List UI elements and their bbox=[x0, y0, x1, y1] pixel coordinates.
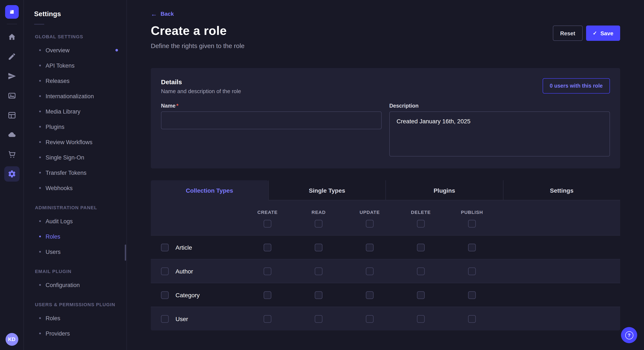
details-subtitle: Name and description of the role bbox=[161, 88, 241, 94]
tab-settings[interactable]: Settings bbox=[503, 180, 620, 200]
page-subtitle: Define the rights given to the role bbox=[151, 42, 244, 49]
bullet-icon bbox=[39, 220, 41, 222]
notification-dot-icon bbox=[116, 49, 118, 51]
help-icon: ? bbox=[625, 331, 633, 339]
sidebar-item-configuration[interactable]: Configuration bbox=[24, 277, 126, 293]
description-textarea[interactable]: Created January 16th, 2025 bbox=[389, 111, 610, 157]
strapi-logo[interactable] bbox=[5, 5, 18, 19]
bullet-icon bbox=[39, 111, 41, 112]
details-title: Details bbox=[161, 78, 241, 85]
settings-icon bbox=[8, 170, 16, 178]
article-publish-checkbox[interactable] bbox=[468, 243, 476, 251]
sidebar-item-providers[interactable]: Providers bbox=[24, 326, 126, 341]
category-read-checkbox[interactable] bbox=[315, 291, 322, 299]
category-update-checkbox[interactable] bbox=[366, 291, 374, 299]
article-update-checkbox[interactable] bbox=[366, 243, 374, 251]
nav-marketplace-button[interactable] bbox=[4, 147, 20, 162]
sidebar-item-review-workflows[interactable]: Review Workflows bbox=[24, 134, 126, 150]
sidebar-item-label: Internationalization bbox=[46, 93, 94, 99]
sidebar-item-roles-admin[interactable]: Roles bbox=[24, 229, 126, 244]
row-checkbox-category[interactable] bbox=[161, 291, 169, 299]
section-administration-panel: ADMINISTRATION PANEL Audit Logs Roles Us… bbox=[24, 205, 126, 259]
users-with-role-button[interactable]: 0 users with this role bbox=[542, 78, 610, 94]
article-delete-checkbox[interactable] bbox=[417, 243, 425, 251]
user-delete-checkbox[interactable] bbox=[417, 315, 425, 323]
table-row-user: User bbox=[151, 307, 620, 331]
sidebar-item-releases[interactable]: Releases bbox=[24, 73, 126, 88]
pencil-icon bbox=[8, 52, 16, 61]
bullet-icon bbox=[39, 187, 41, 189]
row-checkbox-author[interactable] bbox=[161, 267, 169, 275]
sidebar-title-rule bbox=[34, 24, 44, 25]
select-all-publish-checkbox[interactable] bbox=[468, 220, 476, 227]
nav-deploy-button[interactable] bbox=[4, 127, 20, 143]
sidebar-item-label: Configuration bbox=[46, 282, 80, 288]
category-publish-checkbox[interactable] bbox=[468, 291, 476, 299]
nav-content-manager-button[interactable] bbox=[4, 49, 20, 64]
user-update-checkbox[interactable] bbox=[366, 315, 374, 323]
category-create-checkbox[interactable] bbox=[264, 291, 271, 299]
sidebar-item-overview[interactable]: Overview bbox=[24, 42, 126, 58]
article-create-checkbox[interactable] bbox=[264, 243, 271, 251]
reset-button[interactable]: Reset bbox=[553, 25, 582, 41]
user-read-checkbox[interactable] bbox=[315, 315, 322, 323]
sidebar-item-webhooks[interactable]: Webhooks bbox=[24, 180, 126, 196]
select-all-read-checkbox[interactable] bbox=[315, 220, 322, 227]
back-arrow-icon: ← bbox=[151, 11, 157, 17]
author-delete-checkbox[interactable] bbox=[417, 267, 425, 275]
nav-media-library-button[interactable] bbox=[4, 88, 20, 103]
sidebar-item-api-tokens[interactable]: API Tokens bbox=[24, 58, 126, 73]
sidebar-item-label: Users bbox=[46, 249, 61, 255]
bullet-icon bbox=[39, 251, 41, 253]
sidebar-scrollbar-thumb[interactable] bbox=[125, 245, 126, 261]
article-read-checkbox[interactable] bbox=[315, 243, 322, 251]
user-create-checkbox[interactable] bbox=[264, 315, 271, 323]
author-update-checkbox[interactable] bbox=[366, 267, 374, 275]
page-title: Create a role bbox=[151, 24, 244, 38]
sidebar-item-label: API Tokens bbox=[46, 62, 74, 69]
tab-single-types[interactable]: Single Types bbox=[268, 180, 386, 200]
sidebar-item-roles-up[interactable]: Roles bbox=[24, 311, 126, 326]
sidebar-item-audit-logs[interactable]: Audit Logs bbox=[24, 213, 126, 229]
strapi-logo-icon bbox=[8, 8, 16, 16]
required-asterisk: * bbox=[176, 103, 178, 109]
row-name: Category bbox=[176, 292, 200, 298]
column-update: UPDATE bbox=[344, 210, 395, 227]
section-label: EMAIL PLUGIN bbox=[24, 269, 126, 277]
tab-collection-types[interactable]: Collection Types bbox=[151, 180, 268, 200]
sidebar-item-users[interactable]: Users bbox=[24, 244, 126, 259]
select-all-create-checkbox[interactable] bbox=[264, 220, 271, 227]
name-input[interactable] bbox=[161, 111, 382, 129]
nav-content-type-builder-button[interactable] bbox=[4, 108, 20, 123]
select-all-delete-checkbox[interactable] bbox=[417, 220, 425, 227]
select-all-update-checkbox[interactable] bbox=[366, 220, 374, 227]
category-delete-checkbox[interactable] bbox=[417, 291, 425, 299]
sidebar-item-label: Media Library bbox=[46, 108, 80, 115]
author-read-checkbox[interactable] bbox=[315, 267, 322, 275]
sidebar-item-transfer-tokens[interactable]: Transfer Tokens bbox=[24, 165, 126, 180]
tab-plugins[interactable]: Plugins bbox=[386, 180, 503, 200]
help-button[interactable]: ? bbox=[621, 327, 637, 343]
author-create-checkbox[interactable] bbox=[264, 267, 271, 275]
column-delete: DELETE bbox=[395, 210, 446, 227]
nav-home-button[interactable] bbox=[4, 29, 20, 45]
back-link[interactable]: ← Back bbox=[151, 11, 174, 17]
nav-releases-button[interactable] bbox=[4, 68, 20, 84]
save-button[interactable]: ✓ Save bbox=[586, 25, 620, 41]
back-label: Back bbox=[160, 11, 174, 17]
sidebar-item-internationalization[interactable]: Internationalization bbox=[24, 88, 126, 104]
sidebar-item-plugins[interactable]: Plugins bbox=[24, 119, 126, 134]
user-avatar[interactable]: KD bbox=[5, 333, 18, 346]
sidebar-item-media-library[interactable]: Media Library bbox=[24, 104, 126, 119]
user-publish-checkbox[interactable] bbox=[468, 315, 476, 323]
sidebar-item-single-sign-on[interactable]: Single Sign-On bbox=[24, 150, 126, 165]
main-content: ← Back Create a role Define the rights g… bbox=[127, 0, 644, 350]
row-checkbox-user[interactable] bbox=[161, 315, 169, 323]
row-checkbox-article[interactable] bbox=[161, 243, 169, 251]
nav-settings-button[interactable] bbox=[4, 166, 20, 181]
permissions-table-body: Article Author bbox=[151, 235, 620, 331]
bullet-icon bbox=[39, 236, 41, 237]
author-publish-checkbox[interactable] bbox=[468, 267, 476, 275]
header-actions: Reset ✓ Save bbox=[553, 25, 620, 41]
sidebar-item-label: Audit Logs bbox=[46, 218, 73, 224]
